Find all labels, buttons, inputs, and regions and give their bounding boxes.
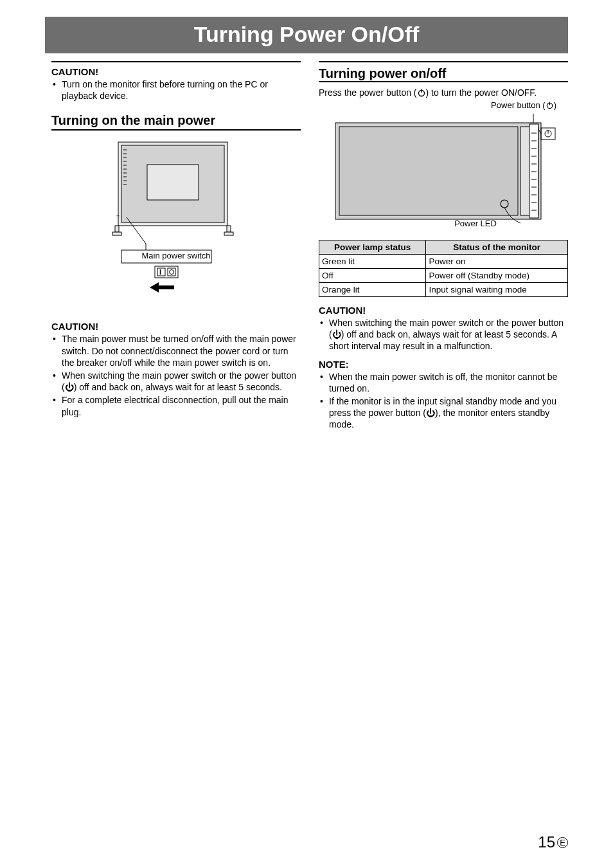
- figure-label: Main power switch: [51, 251, 301, 260]
- cell: Green lit: [319, 255, 426, 269]
- list-text: If the monitor is in the input signal st…: [329, 395, 568, 431]
- rule: [319, 81, 568, 82]
- page-title-bar: Turning Power On/Off: [45, 17, 568, 53]
- svg-rect-13: [115, 226, 119, 232]
- cell: Orange lit: [319, 283, 426, 297]
- figure-front-panel: Power LED: [319, 114, 568, 241]
- table-row: OffPower off (Standby mode): [319, 269, 568, 283]
- left-column: CAUTION! •Turn on the monitor first befo…: [51, 61, 301, 432]
- right-column: Turning power on/off Press the power but…: [319, 61, 568, 432]
- note-heading: NOTE:: [319, 359, 568, 370]
- cell: Off: [319, 269, 426, 283]
- note-list: •When the main power switch is off, the …: [319, 371, 568, 431]
- table-row: Green litPower on: [319, 255, 568, 269]
- list-text: For a complete electrical disconnection,…: [62, 394, 301, 417]
- cell: Power off (Standby mode): [426, 269, 568, 283]
- text: Press the power button (: [319, 87, 417, 98]
- caution-list: •Turn on the monitor first before turnin…: [51, 78, 301, 102]
- list-text: The main power must be turned on/off wit…: [62, 333, 301, 368]
- figure-label-power-button: Power button (): [319, 100, 568, 110]
- power-lamp-status-table: Power lamp status Status of the monitor …: [319, 240, 568, 297]
- page-num-text: 15: [538, 833, 555, 851]
- list-item: •If the monitor is in the input signal s…: [320, 395, 568, 431]
- table-header: Status of the monitor: [426, 240, 568, 255]
- caution-heading: CAUTION!: [51, 66, 301, 77]
- power-icon: [546, 101, 554, 109]
- table-header-row: Power lamp status Status of the monitor: [319, 240, 568, 255]
- svg-text:I: I: [159, 268, 161, 276]
- power-icon: [417, 88, 426, 97]
- caution-list: •When switching the main power switch or…: [319, 317, 568, 352]
- cell: Power on: [426, 255, 568, 269]
- table-header: Power lamp status: [319, 240, 426, 255]
- list-text: When switching the main power switch or …: [62, 370, 301, 393]
- rule: [51, 61, 301, 62]
- caution-heading: CAUTION!: [51, 321, 301, 332]
- list-item: •When the main power switch is off, the …: [320, 371, 568, 394]
- list-item: •The main power must be turned on/off wi…: [53, 333, 301, 368]
- svg-rect-35: [529, 124, 538, 218]
- list-item: •Turn on the monitor first before turnin…: [53, 78, 301, 102]
- svg-rect-16: [224, 232, 233, 235]
- svg-rect-33: [339, 127, 518, 215]
- text: Power button (: [491, 100, 546, 110]
- monitor-rear-illustration: = I: [96, 136, 256, 296]
- caution-heading: CAUTION!: [319, 305, 568, 316]
- list-text: When the main power switch is off, the m…: [329, 371, 568, 394]
- text: ): [554, 100, 556, 110]
- list-item: •For a complete electrical disconnection…: [53, 394, 301, 417]
- cell: Input signal waiting mode: [426, 283, 568, 297]
- svg-rect-2: [147, 165, 199, 200]
- caution-list: •The main power must be turned on/off wi…: [51, 333, 301, 417]
- page-badge: E: [557, 837, 568, 848]
- svg-marker-26: [150, 282, 174, 293]
- svg-rect-14: [227, 226, 231, 232]
- list-text: Turn on the monitor first before turning…: [62, 78, 301, 102]
- section-heading: Turning power on/off: [319, 66, 568, 82]
- two-column-layout: CAUTION! •Turn on the monitor first befo…: [51, 61, 568, 432]
- section-heading: Turning on the main power: [51, 113, 301, 131]
- text: ) to turn the power ON/OFF.: [426, 87, 537, 98]
- svg-rect-15: [112, 232, 121, 235]
- list-text: When switching the main power switch or …: [329, 317, 568, 352]
- list-item: •When switching the main power switch or…: [53, 370, 301, 393]
- figure-label-led: Power LED: [351, 219, 600, 228]
- table-row: Orange litInput signal waiting mode: [319, 283, 568, 297]
- rule: [319, 61, 568, 62]
- monitor-front-illustration: [328, 114, 559, 230]
- svg-text:=: =: [116, 213, 120, 219]
- intro-text: Press the power button () to turn the po…: [319, 87, 568, 98]
- svg-rect-24: [168, 268, 175, 276]
- figure-main-power: = I Main power switch: [51, 136, 301, 308]
- list-item: •When switching the main power switch or…: [320, 317, 568, 352]
- page-number: 15E: [538, 833, 568, 851]
